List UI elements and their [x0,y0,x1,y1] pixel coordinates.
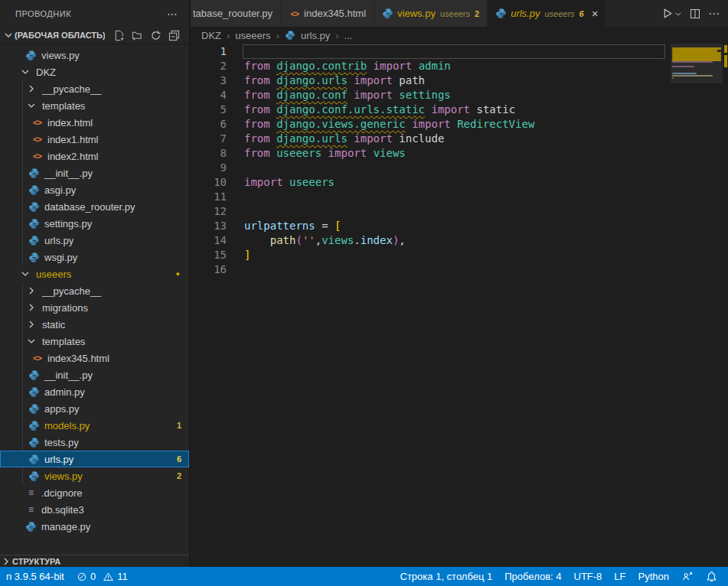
tree-item-label: models.py [44,420,90,431]
split-editor-icon[interactable] [689,8,701,20]
cursor-position-item[interactable]: Строка 1, столбец 1 [394,567,499,586]
tree-item-asgi-py[interactable]: asgi.py [0,181,189,198]
code-line: import useeers [244,175,534,190]
tree-item-index2-html[interactable]: <>index2.html [0,148,189,164]
tree-item-templates[interactable]: templates [0,97,189,114]
tree-item-models-py[interactable]: models.py1 [0,417,189,434]
line-number: 5 [191,103,227,117]
tab-tabase-roouter-py[interactable]: tabase_roouter.py [191,0,281,27]
tree-item-label: wsgi.py [44,252,77,263]
python-icon [28,370,40,381]
tree-item--init-py[interactable]: __init__.py [0,366,189,383]
indent-guide [22,249,23,265]
tree-item-manage-py[interactable]: manage.py [0,518,189,535]
line-number: 2 [191,59,227,73]
code-line: from django.views.generic import Redirec… [244,117,534,132]
minimap[interactable] [671,44,723,212]
sidebar-title-row: ПРОВОДНИК ⋯ [0,0,189,27]
tree-item-urls-py[interactable]: urls.py6 [0,451,189,467]
tree-item--dcignore[interactable]: ≡.dcignore [0,484,189,501]
tree-item-index1-html[interactable]: <>index1.html [0,131,189,148]
tab-views-py[interactable]: views.pyuseeers2 [374,0,488,27]
python-icon [28,403,40,415]
python-icon [382,8,393,19]
workspace-section-header[interactable]: (РАБОЧАЯ ОБЛАСТЬ) ... [0,27,189,44]
encoding-item[interactable]: UTF-8 [568,567,609,586]
code-editor[interactable]: 12345678910111213141516 from django.cont… [191,44,728,567]
more-actions-icon[interactable]: ⋯ [708,7,720,21]
tree-item-wsgi-py[interactable]: wsgi.py [0,249,189,265]
line-number: 1 [191,44,227,59]
breadcrumb-item-dkz[interactable]: DKZ [201,30,221,41]
breadcrumb-item-urls-py[interactable]: urls.py [301,30,330,41]
tree-item-tests-py[interactable]: tests.py [0,434,189,451]
problems-item[interactable]: 0 11 [70,567,134,586]
new-file-icon[interactable] [113,29,125,41]
status-bar: n 3.9.5 64-bit 0 11 Строка 1, столбец 1 … [0,567,728,586]
file-icon: ≡ [25,487,37,499]
views-and-more-actions-icon[interactable]: ⋯ [167,8,178,20]
outline-section-header[interactable]: СТРУКТУРА [0,555,189,567]
notifications-bell-icon[interactable] [700,567,723,586]
tree-item-views-py[interactable]: views.py2 [0,467,189,484]
indent-guide [22,148,23,164]
line-number: 12 [191,204,227,219]
python-version-label: n 3.9.5 64-bit [6,571,64,582]
tree-item-settings-py[interactable]: settings.py [0,215,189,232]
tree-item-label: __init__.py [44,168,93,179]
tab-index345-html[interactable]: <>index345.html [281,0,374,27]
tree-item-index345-html[interactable]: <>index345.html [0,350,189,366]
feedback-icon[interactable] [675,567,700,586]
run-python-file-button[interactable] [661,7,682,20]
scrollbar-warning-mark [724,55,727,67]
close-icon[interactable]: × [592,8,599,19]
tree-item--init-py[interactable]: __init__.py [0,164,189,181]
refresh-icon[interactable] [149,29,162,41]
tree-item-db-sqlite3[interactable]: ≡db.sqlite3 [0,501,189,518]
python-icon [495,8,507,19]
tree-item--pycache-[interactable]: __pycache__ [0,282,189,299]
collapse-all-icon[interactable] [168,29,180,41]
code-content[interactable]: from django.contrib import adminfrom dja… [244,44,534,277]
tree-item-database-roouter-py[interactable]: database_roouter.py [0,198,189,215]
new-folder-icon[interactable] [131,29,143,41]
python-icon [28,252,40,263]
tree-item-label: asgi.py [44,184,76,196]
line-number: 8 [191,146,227,161]
tab-label: tabase_roouter.py [193,8,273,19]
file-icon: ≡ [25,504,37,516]
tree-item-apps-py[interactable]: apps.py [0,400,189,417]
tree-item-admin-py[interactable]: admin.py [0,383,189,400]
breadcrumb-item-useeers[interactable]: useeers [235,30,270,41]
tree-item-useeers[interactable]: useeers● [0,265,189,282]
python-icon [28,184,40,196]
indent-guide [22,434,23,451]
tree-item-views-py[interactable]: views.py [0,47,189,63]
indentation-item[interactable]: Пробелов: 4 [498,567,567,586]
line-number: 14 [191,233,227,248]
editor-gutter[interactable]: 12345678910111213141516 [191,44,227,277]
tree-item-index-html[interactable]: <>index.html [0,114,189,131]
tab-urls-py[interactable]: urls.pyuseeers6× [488,0,606,27]
line-number: 4 [191,88,227,103]
tree-item-dkz[interactable]: DKZ [0,63,189,80]
scrollbar[interactable] [724,44,727,567]
indent-guide [22,97,23,114]
language-mode-item[interactable]: Python [632,567,675,586]
tree-item-label: __init__.py [44,370,93,381]
breadcrumb-item-symbols[interactable]: ... [344,30,353,41]
tree-item-templates[interactable]: templates [0,333,189,350]
code-line: urlpatterns = [ [244,219,534,233]
html-icon: <> [289,8,300,19]
chevron-right-icon [0,555,12,568]
eol-item[interactable]: LF [608,567,632,586]
problem-count-badge: 6 [177,454,181,464]
line-number: 11 [191,190,227,204]
tree-item-urls-py[interactable]: urls.py [0,232,189,249]
tree-item-migrations[interactable]: migrations [0,299,189,316]
python-interpreter-item[interactable]: n 3.9.5 64-bit [0,567,70,586]
tree-item-static[interactable]: static [0,316,189,333]
tree-item-label: database_roouter.py [44,201,135,213]
tree-item--pycache-[interactable]: __pycache__ [0,80,189,97]
minimap-line [672,61,713,63]
